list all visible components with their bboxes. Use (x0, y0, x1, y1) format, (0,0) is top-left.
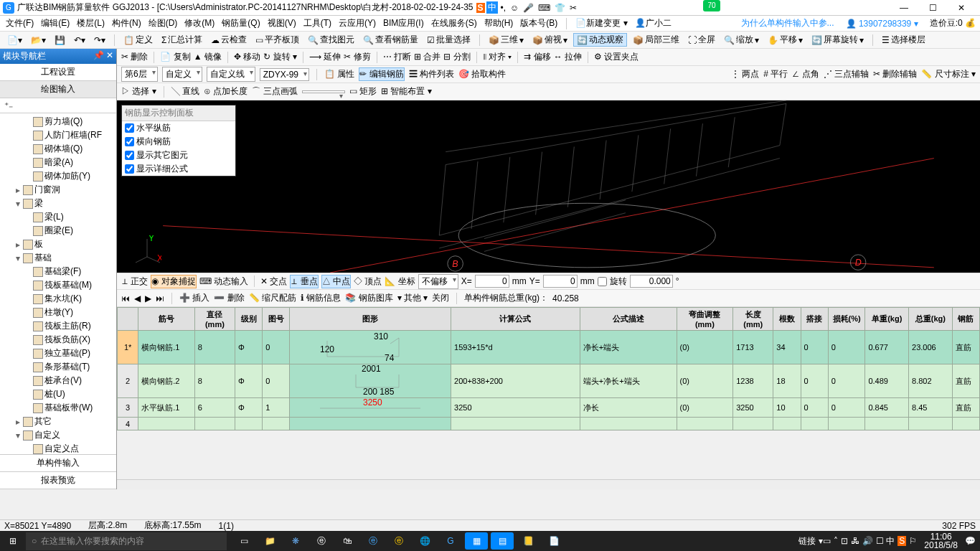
grid-other-button[interactable]: ▾ 其他 ▾ (397, 292, 428, 304)
grid-nav-last[interactable]: ⏭ (156, 293, 164, 303)
undo-button[interactable]: ↶▾ (71, 35, 88, 45)
grid-header[interactable]: 长度(mm) (733, 308, 773, 331)
tree-item[interactable]: 人防门框墙(RF (1, 128, 115, 142)
new-button[interactable]: 📄▾ (4, 35, 25, 45)
open-button[interactable]: 📂▾ (28, 35, 49, 45)
extend-button[interactable]: ⟶ 延伸 (309, 51, 341, 63)
start-button[interactable]: ⊞ (0, 536, 26, 546)
ie-icon-2[interactable]: ⓔ (387, 532, 410, 550)
menu-draw[interactable]: 绘图(D) (147, 17, 179, 29)
dimension-button[interactable]: 📏 尺寸标注 ▾ (921, 68, 976, 80)
tree-item[interactable]: ▸其它 (1, 415, 115, 428)
offset-button[interactable]: ⇉ 偏移 (524, 51, 550, 63)
select-tool[interactable]: ▷ 选择 ▾ (121, 85, 156, 98)
browser-icon[interactable]: 🌐 (413, 532, 436, 550)
menu-online[interactable]: 在线服务(S) (430, 17, 479, 29)
tree-item[interactable]: 基础板带(W) (1, 401, 115, 415)
ime-skin-icon[interactable]: 👕 (553, 3, 567, 13)
ie-icon[interactable]: ⓔ (362, 532, 385, 550)
properties-button[interactable]: 📋 属性 (324, 68, 354, 80)
tab-single-input[interactable]: 单构件输入 (0, 455, 116, 472)
flush-slab-button[interactable]: ▭ 平齐板顶 (253, 34, 302, 46)
break-button[interactable]: ⋯ 打断 (383, 51, 411, 63)
rotate-checkbox[interactable] (598, 277, 607, 286)
tab-draw-input[interactable]: 绘图输入 (0, 81, 116, 98)
menu-component[interactable]: 构件(N) (110, 17, 143, 29)
edge-icon[interactable]: ⓔ (310, 532, 333, 550)
edit-rebar-button[interactable]: ✏ 编辑钢筋 (359, 67, 404, 81)
tree-item[interactable]: 梁(L) (1, 210, 115, 224)
ime-cn-icon[interactable]: 中 (486, 1, 498, 14)
tree-item[interactable]: 基础梁(F) (1, 265, 115, 278)
grid-header[interactable]: 根数 (773, 308, 801, 331)
code-dropdown[interactable]: ZDYX-99 (260, 68, 309, 81)
tray-sogou-icon[interactable]: S (897, 536, 906, 546)
local-3d-button[interactable]: 📦 局部三维 (630, 34, 682, 46)
delete-axis-button[interactable]: ✂ 删除辅轴 (873, 68, 917, 80)
tree-item[interactable]: 柱墩(Y) (1, 306, 115, 319)
merge-button[interactable]: ⊞ 合并 (414, 51, 440, 63)
tray-link[interactable]: 链接 (798, 535, 816, 547)
tree-item[interactable]: 筏板基础(M) (1, 278, 115, 292)
grid-nav-next[interactable]: ▶ (145, 293, 151, 303)
menu-version[interactable]: 版本号(B) (519, 17, 559, 29)
tree-item[interactable]: ▾自定义 (1, 428, 115, 442)
tree-item[interactable]: 剪力墙(Q) (1, 115, 115, 128)
line-tool[interactable]: ╲ 直线 (171, 85, 199, 98)
copy-button[interactable]: 📄 复制 (160, 51, 190, 63)
menu-view[interactable]: 视图(V) (266, 17, 298, 29)
menu-modify[interactable]: 修改(M) (183, 17, 216, 29)
hint-link[interactable]: 为什么单构件输入中参... (741, 17, 834, 29)
app-icon-5[interactable]: 📒 (517, 532, 540, 550)
close-button[interactable]: ✕ (951, 3, 971, 13)
arc-tool[interactable]: ⌒ 三点画弧 (252, 85, 297, 98)
tree-item[interactable]: 独立基础(P) (1, 347, 115, 360)
trim-button[interactable]: ✂ 修剪 (344, 51, 370, 63)
tray-clock[interactable]: 11:062018/5/8 (920, 532, 962, 550)
top-view-button[interactable]: 📦 俯视 ▾ (529, 34, 570, 46)
grid-delete-button[interactable]: ➖ 删除 (214, 292, 244, 304)
app-icon-1[interactable]: ❋ (284, 532, 307, 550)
grid-close-button[interactable]: 关闭 (432, 292, 449, 304)
tray-flag-icon[interactable]: ⚐ (909, 536, 917, 546)
3d-button[interactable]: 📦 三维 ▾ (486, 34, 527, 46)
tray-dropdown-icon[interactable]: ▾▭ (819, 536, 831, 546)
rotate-input[interactable] (630, 275, 673, 288)
grid-header[interactable] (118, 308, 138, 331)
3d-viewport[interactable]: B D 钢筋显示控制面板 水平纵筋 横 (117, 100, 980, 273)
grid-header[interactable]: 计算公式 (451, 308, 580, 331)
rotate-button[interactable]: ↻ 旋转 ▾ (263, 51, 297, 63)
grid-header[interactable]: 图形 (290, 308, 451, 331)
rect-tool[interactable]: ▭ 矩形 (349, 85, 377, 98)
tree-item[interactable]: 砌体墙(Q) (1, 142, 115, 156)
pin-icon[interactable]: 📌 ✕ (93, 50, 113, 62)
tree-item[interactable]: 暗梁(A) (1, 156, 115, 169)
tray-app-icon[interactable]: ⊡ (841, 536, 848, 546)
grid-header[interactable]: 搭接 (801, 308, 828, 331)
explorer-icon[interactable]: 📁 (258, 532, 281, 550)
ime-face-icon[interactable]: ☺ (509, 3, 520, 13)
grid-nav-first[interactable]: ⏮ (121, 293, 130, 303)
ime-bar[interactable]: S 中 •, ☺ 🎤 ⌨ 👕 ✂ (476, 1, 579, 14)
menu-edit[interactable]: 编辑(E) (39, 17, 71, 29)
smart-layout-tool[interactable]: ⊞ 智能布置 ▾ (381, 85, 432, 98)
save-button[interactable]: 💾 (52, 35, 68, 45)
ime-punct-icon[interactable]: •, (499, 3, 508, 13)
redo-button[interactable]: ↷▾ (91, 35, 108, 45)
tree-toolbar-icon[interactable]: ⁺₋ (0, 98, 116, 113)
grid-header[interactable]: 级别 (235, 308, 262, 331)
rebar-grid[interactable]: 筋号直径(mm)级别图号图形计算公式公式描述弯曲调整(mm)长度(mm)根数搭接… (117, 307, 980, 430)
grid-header[interactable]: 钢筋 (952, 308, 979, 331)
osnap-button[interactable]: ◉ 对象捕捉 (151, 275, 196, 288)
pan-button[interactable]: ✋ 平移 ▾ (765, 34, 806, 46)
snap-vertex[interactable]: ◇ 顶点 (354, 276, 382, 288)
move-button[interactable]: ✥ 移动 (234, 51, 260, 63)
chk-transverse-bars[interactable] (125, 137, 134, 146)
define-button[interactable]: 📋 定义 (121, 34, 156, 46)
task-view-icon[interactable]: ▭ (232, 532, 255, 550)
snap-intersection[interactable]: ✕ 交点 (260, 276, 287, 288)
app-icon-6[interactable]: 📄 (542, 532, 565, 550)
select-floor-button[interactable]: ☰ 选择楼层 (879, 34, 928, 46)
table-row[interactable]: 3水平纵筋.16Φ132503250净长(0)325010000.8458.45… (118, 398, 980, 418)
tab-project-settings[interactable]: 工程设置 (0, 64, 116, 81)
